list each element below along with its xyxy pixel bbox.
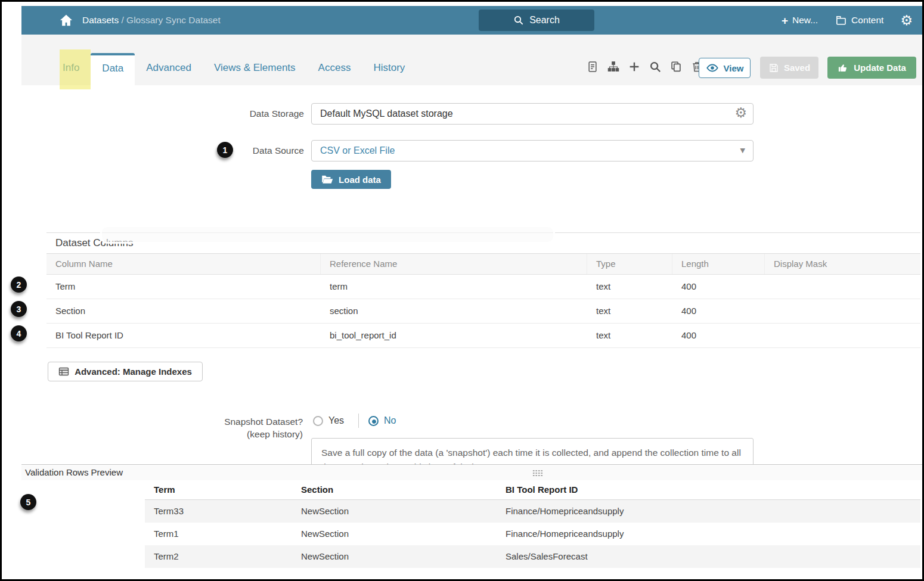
new-button[interactable]: + New... (782, 15, 818, 26)
column-header-length[interactable]: Length (672, 254, 765, 274)
validation-header-section: Section (292, 480, 497, 500)
cell-column-name[interactable]: Section (46, 299, 321, 324)
cell-section: NewSection (292, 523, 497, 545)
copy-icon[interactable] (669, 60, 683, 73)
saved-button: Saved (760, 57, 818, 79)
cell-length: 400 (672, 299, 765, 324)
cell-type: text (587, 299, 672, 324)
table-row[interactable]: BI Tool Report ID bi_tool_report_id text… (46, 324, 920, 348)
add-icon[interactable] (628, 60, 641, 73)
drag-handle-icon[interactable] (532, 470, 543, 476)
annotation-badge-5: 5 (20, 494, 36, 510)
manage-indexes-button-label: Advanced: Manage Indexes (75, 366, 192, 377)
cell-type: text (587, 324, 672, 348)
snapshot-no-label[interactable]: No (384, 415, 396, 426)
validation-preview-pane-header: Validation Rows Preview (21, 464, 922, 480)
tab-data[interactable]: Data (91, 53, 135, 85)
data-source-select[interactable]: CSV or Excel File ▼ (311, 140, 754, 161)
cell-display-mask (765, 275, 920, 299)
table-row[interactable]: Section section text 400 (46, 299, 920, 324)
search-button-label: Search (529, 15, 560, 26)
storage-settings-gear-icon[interactable]: ⚙ (734, 106, 747, 120)
update-data-button[interactable]: Update Data (827, 57, 916, 79)
tabs: Info Data Advanced Views & Elements Acce… (51, 53, 416, 85)
cell-length: 400 (672, 275, 765, 299)
cell-section: NewSection (292, 500, 497, 523)
cell-column-name[interactable]: Term (46, 275, 321, 299)
data-source-value: CSV or Excel File (320, 141, 395, 161)
cell-report-id: Finance/Homepriceandsupply (497, 500, 920, 523)
update-data-button-label: Update Data (854, 63, 906, 73)
content-button[interactable]: Content (835, 14, 883, 26)
manage-indexes-button[interactable]: Advanced: Manage Indexes (48, 362, 203, 381)
cell-reference-name: section (321, 299, 587, 324)
breadcrumb: Datasets / Glossary Sync Dataset (60, 6, 221, 35)
column-header-display-mask[interactable]: Display Mask (765, 254, 920, 274)
document-icon[interactable] (586, 60, 599, 73)
dataset-columns-header-row: Column Name Reference Name Type Length D… (46, 254, 920, 275)
chevron-down-icon: ▼ (740, 141, 745, 161)
cell-term: Term1 (145, 523, 292, 545)
home-icon[interactable] (60, 14, 73, 27)
snapshot-label-line1: Snapshot Dataset? (179, 415, 303, 428)
cell-reference-name: bi_tool_report_id (321, 324, 587, 348)
snapshot-yes-label[interactable]: Yes (328, 415, 344, 426)
document-toolbar (586, 60, 703, 73)
load-data-button[interactable]: Load data (311, 170, 391, 189)
validation-preview-title: Validation Rows Preview (25, 465, 123, 480)
content-button-label: Content (851, 15, 883, 26)
radio-divider (358, 414, 359, 428)
topbar-right-group: + New... Content ⚙ (782, 6, 913, 35)
sitemap-icon[interactable] (607, 60, 620, 73)
cell-report-id: Finance/Homepriceandsupply (497, 523, 920, 545)
annotation-badge-4: 4 (11, 325, 27, 341)
snapshot-yes-radio[interactable] (313, 416, 323, 426)
info-tab-highlight (60, 49, 91, 89)
dataset-columns-panel: Dataset Columns Column Name Reference Na… (46, 232, 920, 348)
table-row: Term33 NewSection Finance/Homepriceandsu… (145, 500, 920, 523)
cell-column-name[interactable]: BI Tool Report ID (46, 324, 321, 348)
save-disk-icon (768, 63, 779, 73)
thumbs-up-icon (838, 63, 848, 73)
folder-icon (835, 14, 847, 26)
saved-button-label: Saved (784, 63, 810, 73)
cell-report-id: Sales/SalesForecast (497, 545, 920, 568)
data-storage-field[interactable]: Default MySQL dataset storage ⚙ (311, 103, 754, 125)
cell-length: 400 (672, 324, 765, 348)
cell-display-mask (765, 324, 920, 348)
column-header-type[interactable]: Type (587, 254, 672, 274)
tab-access[interactable]: Access (307, 53, 362, 83)
search-button[interactable]: Search (479, 10, 594, 31)
table-row[interactable]: Term term text 400 (46, 275, 920, 299)
folder-open-icon (321, 175, 333, 185)
tab-views-elements[interactable]: Views & Elements (203, 53, 307, 83)
breadcrumb-separator: / (121, 15, 123, 25)
breadcrumb-page: Glossary Sync Dataset (126, 15, 221, 25)
column-header-reference[interactable]: Reference Name (321, 254, 587, 274)
cell-display-mask (765, 299, 920, 324)
table-list-icon (58, 367, 69, 376)
table-row: Term1 NewSection Finance/Homepriceandsup… (145, 523, 920, 545)
snapshot-label-line2: (keep history) (179, 428, 303, 440)
breadcrumb-section[interactable]: Datasets (82, 15, 119, 25)
settings-gear-icon[interactable]: ⚙ (900, 14, 913, 27)
view-button-label: View (724, 63, 744, 73)
search-toolbar-icon[interactable] (649, 60, 662, 73)
top-navigation-bar: Datasets / Glossary Sync Dataset Search … (21, 6, 922, 35)
cell-term: Term33 (145, 500, 292, 523)
validation-preview-table: Term Section BI Tool Report ID Term33 Ne… (145, 480, 920, 568)
tab-advanced[interactable]: Advanced (135, 53, 203, 83)
snapshot-no-radio[interactable] (368, 416, 379, 426)
plus-icon: + (782, 15, 788, 26)
tab-history[interactable]: History (362, 53, 416, 83)
cell-reference-name: term (321, 275, 587, 299)
load-data-button-label: Load data (339, 175, 381, 185)
faded-tooltip-overlay (100, 225, 555, 244)
validation-header-term: Term (145, 480, 292, 500)
cell-type: text (587, 275, 672, 299)
column-header-name[interactable]: Column Name (46, 254, 321, 274)
snapshot-dataset-label: Snapshot Dataset? (keep history) (179, 415, 303, 440)
view-button[interactable]: View (699, 58, 751, 78)
data-storage-value: Default MySQL dataset storage (320, 104, 453, 124)
table-row: Term2 NewSection Sales/SalesForecast (145, 545, 920, 568)
